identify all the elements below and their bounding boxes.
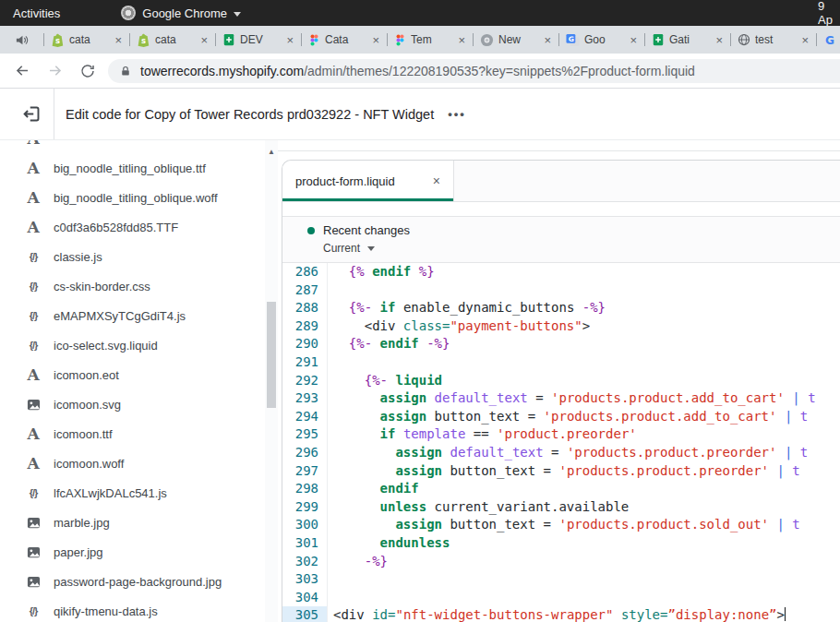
reload-icon (79, 63, 96, 79)
code-text[interactable]: <div class="payment-buttons"> (328, 317, 590, 336)
tab-close-icon[interactable]: × (715, 33, 723, 47)
reload-button[interactable] (71, 63, 103, 79)
file-item[interactable]: marble.jpg (0, 508, 265, 537)
code-text[interactable]: assign default_text = 'products.product.… (328, 444, 808, 462)
file-item[interactable]: A (0, 140, 265, 153)
browser-tab[interactable]: scata× (43, 26, 129, 54)
code-text[interactable]: if template == 'product.preorder' (328, 425, 637, 444)
browser-tab[interactable]: Tem× (387, 26, 473, 54)
svg-text:s: s (55, 36, 60, 45)
editor-tab-close-icon[interactable]: × (433, 173, 440, 188)
code-line[interactable]: 289 <div class="payment-buttons"> (282, 317, 840, 336)
tab-close-icon[interactable]: × (630, 33, 637, 47)
code-text[interactable] (328, 281, 333, 300)
code-line[interactable]: 305<div id="nft-widget-buttons-wrapper" … (282, 606, 840, 622)
file-item[interactable]: icomoon.svg (0, 389, 265, 419)
tab-close-icon[interactable]: × (801, 33, 809, 47)
code-line[interactable]: 299 unless current_variant.available (282, 498, 840, 517)
file-item[interactable]: {/}classie.js (0, 242, 265, 271)
code-text[interactable] (328, 353, 333, 372)
code-text[interactable]: unless current_variant.available (328, 498, 629, 517)
code-text[interactable]: assign button_text = 'products.product.p… (328, 462, 800, 481)
code-text[interactable]: -%} (328, 553, 388, 571)
browser-tab[interactable]: Gati× (644, 26, 730, 54)
browser-toolbar: towerrecords.myshopify.com/admin/themes/… (0, 54, 840, 89)
code-line[interactable]: 302 -%} (282, 553, 840, 571)
back-button[interactable] (6, 62, 39, 79)
file-item[interactable]: {/}cs-skin-border.css (0, 271, 265, 301)
code-line[interactable]: 295 if template == 'product.preorder' (282, 425, 840, 444)
code-text[interactable]: {%- endif -%} (328, 335, 450, 353)
file-item[interactable]: {/}qikify-tmenu-data.js (0, 596, 265, 622)
editor-tab-bar: product-form.liquid × (282, 161, 840, 202)
code-line[interactable]: 300 assign button_text = 'products.produ… (282, 516, 840, 534)
tab-close-icon[interactable]: × (458, 33, 465, 47)
editor-tab-product-form[interactable]: product-form.liquid × (282, 161, 454, 201)
browser-tab[interactable]: Cata× (301, 26, 387, 54)
browser-tab[interactable]: G (816, 26, 840, 54)
code-line[interactable]: 297 assign button_text = 'products.produ… (282, 462, 840, 481)
scroll-up-icon[interactable]: ▲ (265, 149, 278, 156)
file-item[interactable]: Abig_noodle_titling_oblique.ttf (0, 153, 265, 183)
code-line[interactable]: 294 assign button_text = 'products.produ… (282, 408, 840, 426)
browser-tab[interactable]: scata× (129, 26, 215, 54)
code-editor[interactable]: 286 {% endif %}287288 {%- if enable_dyna… (282, 263, 840, 622)
file-item[interactable]: {/}ico-select.svg.liquid (0, 330, 265, 360)
tab-close-icon[interactable]: × (200, 33, 208, 47)
code-line[interactable]: 288 {%- if enable_dynamic_buttons -%} (282, 299, 840, 317)
file-item[interactable]: {/}eMAPMXSyTCgGdiT4.js (0, 301, 265, 330)
code-text[interactable]: assign button_text = 'products.product.s… (328, 516, 800, 534)
code-line[interactable]: 292 {%- liquid (282, 372, 840, 390)
version-selector[interactable]: Current (323, 242, 840, 255)
more-options-button[interactable]: ••• (448, 107, 466, 121)
code-line[interactable]: 304 (282, 589, 840, 607)
browser-tab[interactable]: test× (730, 26, 816, 54)
file-item[interactable]: Ac0df3a6b528fdd85.TTF (0, 212, 265, 242)
exit-editor-button[interactable] (18, 104, 45, 124)
chrome-gray-favicon (480, 33, 494, 47)
code-line[interactable]: 290 {%- endif -%} (282, 335, 840, 353)
sidebar-scrollbar[interactable]: ▲ (265, 140, 278, 622)
file-item[interactable]: Aicomoon.eot (0, 360, 265, 389)
code-text[interactable] (328, 570, 333, 589)
clock[interactable]: 9 Ap (818, 0, 840, 26)
file-item[interactable]: Abig_noodle_titling_oblique.woff (0, 183, 265, 212)
address-bar[interactable]: towerrecords.myshopify.com/admin/themes/… (108, 59, 840, 83)
code-text[interactable]: <div id="nft-widget-buttons-wrapper" sty… (328, 606, 786, 622)
browser-tab[interactable]: GGoo× (558, 26, 644, 54)
tab-close-icon[interactable]: × (544, 33, 551, 47)
code-line[interactable]: 291 (282, 353, 840, 372)
tab-audio-button[interactable] (0, 26, 43, 54)
file-item[interactable]: password-page-background.jpg (0, 567, 265, 596)
file-item[interactable]: paper.jpg (0, 537, 265, 567)
tab-close-icon[interactable]: × (372, 33, 379, 47)
code-text[interactable]: assign button_text = 'products.product.a… (328, 408, 808, 426)
code-line[interactable]: 287 (282, 281, 840, 300)
forward-button[interactable] (39, 62, 71, 79)
file-item[interactable]: {/}lfcAXLwjkDALc541.js (0, 478, 265, 508)
tab-close-icon[interactable]: × (286, 33, 294, 47)
code-line[interactable]: 303 (282, 570, 840, 589)
app-menu[interactable]: Google Chrome (121, 6, 241, 20)
file-item[interactable]: Aicomoon.woff (0, 449, 265, 478)
code-line[interactable]: 293 assign default_text = 'products.prod… (282, 389, 840, 408)
scrollbar-thumb[interactable] (267, 302, 276, 408)
activities-button[interactable]: Activities (13, 6, 60, 20)
code-text[interactable] (328, 589, 333, 607)
code-text[interactable]: {%- if enable_dynamic_buttons -%} (328, 299, 606, 317)
code-text[interactable]: endunless (328, 534, 450, 553)
tab-close-icon[interactable]: × (114, 33, 122, 47)
code-text[interactable]: {% endif %} (328, 263, 435, 281)
browser-tab[interactable]: New× (473, 26, 558, 54)
code-text[interactable]: endif (328, 480, 419, 498)
code-text[interactable]: assign default_text = 'products.product.… (328, 389, 816, 408)
code-line[interactable]: 301 endunless (282, 534, 840, 553)
code-line[interactable]: 296 assign default_text = 'products.prod… (282, 444, 840, 462)
line-number: 295 (282, 425, 328, 444)
code-line[interactable]: 286 {% endif %} (282, 263, 840, 281)
browser-tab[interactable]: DEV× (215, 26, 301, 54)
code-text[interactable]: {%- liquid (328, 372, 442, 390)
code-line[interactable]: 298 endif (282, 480, 840, 498)
line-number: 294 (282, 408, 328, 426)
file-item[interactable]: Aicomoon.ttf (0, 419, 265, 449)
